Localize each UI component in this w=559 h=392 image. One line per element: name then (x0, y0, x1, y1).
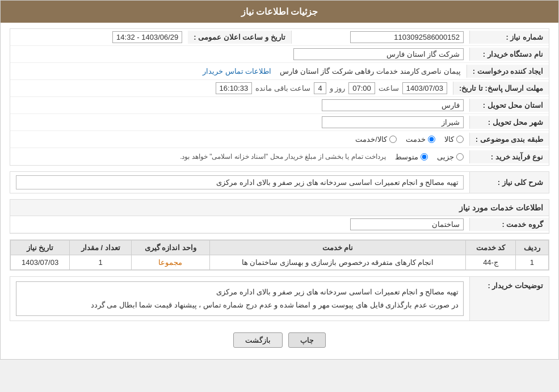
sharh-kolli-value: تهیه مصالح و انجام تعمیرات اساسی سردخانه… (10, 172, 469, 193)
mohlat-bagi-box: 16:10:33 (216, 82, 253, 94)
shahr-label: شهر محل تحویل : (469, 116, 549, 129)
tabaghe-radio-kala-khadamat-label: کالا/خدمت (355, 135, 387, 144)
chap-button[interactable]: چاپ (288, 332, 326, 348)
towsiyat-box: تهیه مصالح و انجام تعمیرات اساسی سردخانه… (16, 281, 464, 316)
grohe-khadamat-value: ساختمان (10, 216, 469, 233)
shomare-niaz-value: 1103092586000152 (292, 29, 469, 45)
mohlat-roz-label: روز و (330, 84, 346, 92)
tabaghe-radio-kala-khadamat: کالا/خدمت (355, 135, 397, 144)
no-farayand-label: نوع فرآیند خرید : (469, 150, 549, 163)
table-row: 1 ج-44 انجام کارهای متفرقه درخصوص بازساز… (11, 255, 549, 270)
tabaghe-radio-kala-label: کالا (444, 135, 454, 144)
mohlat-saat-label: ساعت (379, 84, 399, 92)
services-table: ردیف کد خدمت نام خدمت واحد اندازه گیری ت… (10, 240, 549, 270)
shahr-row: شهر محل تحویل : شیراز (10, 114, 549, 131)
tarikh-saat-value: 1403/06/29 - 14:32 (10, 31, 188, 44)
tabaghe-label: طبقه بندی موضوعی : (469, 133, 549, 146)
page-header: جزئیات اطلاعات نیاز (1, 1, 558, 23)
nam-dastgah-value: شرکت گاز استان فارس (10, 46, 469, 62)
shahr-box: شیراز (322, 116, 464, 128)
table-header-row: ردیف کد خدمت نام خدمت واحد اندازه گیری ت… (11, 241, 549, 255)
no-farayand-radio-motovaset-label: متوسط (395, 153, 418, 161)
main-info-section: شماره نیاز : 1103092586000152 تاریخ و سا… (10, 28, 549, 166)
mohlat-label: مهلت ارسال پاسخ: تا تاریخ: (453, 82, 549, 95)
tabaghe-radio-kala: کالا (444, 135, 464, 144)
towsiyat-content: تهیه مصالح و انجام تعمیرات اساسی سردخانه… (10, 277, 469, 321)
shomare-niaz-box: 1103092586000152 (350, 31, 464, 43)
ostan-value: فارس (10, 97, 469, 113)
page-title: جزئیات اطلاعات نیاز (241, 7, 318, 16)
ettelaat-tamas-link[interactable]: اطلاعات تماس خریدار (203, 67, 271, 75)
table-cell-nam: انجام کارهای متفرقه درخصوص بازسازی و بهس… (209, 255, 466, 270)
tabaghe-radio-kala-khadamat-input[interactable] (389, 136, 397, 143)
table-cell-tarikh: 1403/07/03 (11, 255, 70, 270)
mohlat-value: 1403/07/03 ساعت 07:00 روز و 4 ساعت باقی … (10, 80, 453, 96)
ijad-konande-row: ایجاد کننده درخواست : پیمان ناصری کارمند… (10, 63, 549, 80)
no-farayand-radio-jozi: جزیی (437, 153, 464, 161)
table-col-nam: نام خدمت (209, 241, 466, 255)
button-row: چاپ بازگشت (10, 327, 549, 353)
table-cell-vahed: مجموعا (132, 255, 209, 270)
mohlat-roz-box: 4 (314, 82, 326, 94)
tabaghe-radio-khadamat-label: خدمت (406, 135, 426, 144)
no-farayand-radio-jozi-input[interactable] (456, 153, 464, 161)
ijad-konande-text: پیمان ناصری کارمند خدمات رفاهی شرکت گاز … (280, 67, 461, 75)
table-cell-tedad: 1 (70, 255, 132, 270)
towsiyat-line2: در صورت عدم بارگذاری فایل های پیوست مهر … (21, 298, 459, 311)
sharh-kolli-section: شرح کلی نیاز : تهیه مصالح و انجام تعمیرا… (10, 171, 549, 193)
table-col-radif: ردیف (515, 241, 548, 255)
mohlat-row: مهلت ارسال پاسخ: تا تاریخ: 1403/07/03 سا… (10, 80, 549, 97)
no-farayand-value: جزیی متوسط پرداخت تمام یا بخشی از مبلغ خ… (10, 150, 469, 163)
shahr-value: شیراز (10, 114, 469, 130)
shomare-niaz-label: شماره نیاز : (469, 31, 549, 44)
no-farayand-note: پرداخت تمام یا بخشی از مبلغ خریدار محل "… (180, 153, 386, 161)
shomare-niaz-row: شماره نیاز : 1103092586000152 تاریخ و سا… (10, 29, 549, 46)
grohe-khadamat-label: گروه خدمت : (469, 218, 549, 231)
no-farayand-radio-jozi-label: جزیی (437, 153, 454, 161)
table-col-kod: کد خدمت (466, 241, 515, 255)
ijad-konande-label: ایجاد کننده درخواست : (466, 65, 549, 78)
towsiyat-label: توضیحات خریدار : (469, 277, 549, 321)
table-cell-kod: ج-44 (466, 255, 515, 270)
ettelaat-khadamat-title: اطلاعات خدمات مورد نیاز (10, 199, 549, 216)
table-col-vahed: واحد اندازه گیری (132, 241, 209, 255)
ostan-box: فارس (322, 99, 464, 111)
mohlat-bagi-label: ساعت باقی مانده (255, 84, 310, 92)
towsiyat-line1: تهیه مصالح و انجام تعمیرات اساسی سردخانه… (21, 285, 459, 298)
grohe-khadamat-row: گروه خدمت : ساختمان (10, 216, 549, 233)
tabaghe-radio-khadamat: خدمت (406, 135, 435, 144)
tarikh-saat-box: 1403/06/29 - 14:32 (112, 31, 182, 43)
table-col-tedad: تعداد / مقدار (70, 241, 132, 255)
tabaghe-radio-kala-input[interactable] (456, 136, 464, 143)
mohlat-saat-box: 07:00 (348, 82, 375, 94)
towsiyat-section: توضیحات خریدار : تهیه مصالح و انجام تعمی… (10, 276, 549, 321)
bazgasht-button[interactable]: بازگشت (233, 332, 283, 348)
table-col-tarikh: تاریخ نیاز (11, 241, 70, 255)
tabaghe-row: طبقه بندی موضوعی : کالا خدمت (10, 131, 549, 148)
ostan-row: استان محل تحویل : فارس (10, 97, 549, 114)
ostan-label: استان محل تحویل : (469, 99, 549, 112)
no-farayand-row: نوع فرآیند خرید : جزیی متوسط پرداخت تمام… (10, 148, 549, 165)
no-farayand-radio-motovaset: متوسط (395, 153, 428, 161)
tabaghe-value: کالا خدمت کالا/خدمت (10, 133, 469, 146)
services-table-container: ردیف کد خدمت نام خدمت واحد اندازه گیری ت… (10, 239, 549, 271)
mohlat-date-box: 1403/07/03 (402, 82, 447, 94)
grohe-khadamat-box: ساختمان (350, 218, 464, 230)
sharh-kolli-label: شرح کلی نیاز : (469, 172, 549, 193)
no-farayand-radio-motovaset-input[interactable] (421, 153, 428, 161)
service-section: گروه خدمت : ساختمان (10, 216, 549, 234)
ijad-konande-value: پیمان ناصری کارمند خدمات رفاهی شرکت گاز … (10, 65, 466, 78)
nam-dastgah-label: نام دستگاه خریدار : (469, 48, 549, 61)
tabaghe-radio-khadamat-input[interactable] (428, 136, 435, 143)
tarikh-saat-label: تاریخ و ساعت اعلان عمومی : (188, 31, 291, 44)
table-cell-radif: 1 (515, 255, 548, 270)
sharh-kolli-box: تهیه مصالح و انجام تعمیرات اساسی سردخانه… (16, 175, 464, 189)
nam-dastgah-row: نام دستگاه خریدار : شرکت گاز استان فارس (10, 46, 549, 63)
nam-dastgah-box: شرکت گاز استان فارس (293, 48, 464, 60)
